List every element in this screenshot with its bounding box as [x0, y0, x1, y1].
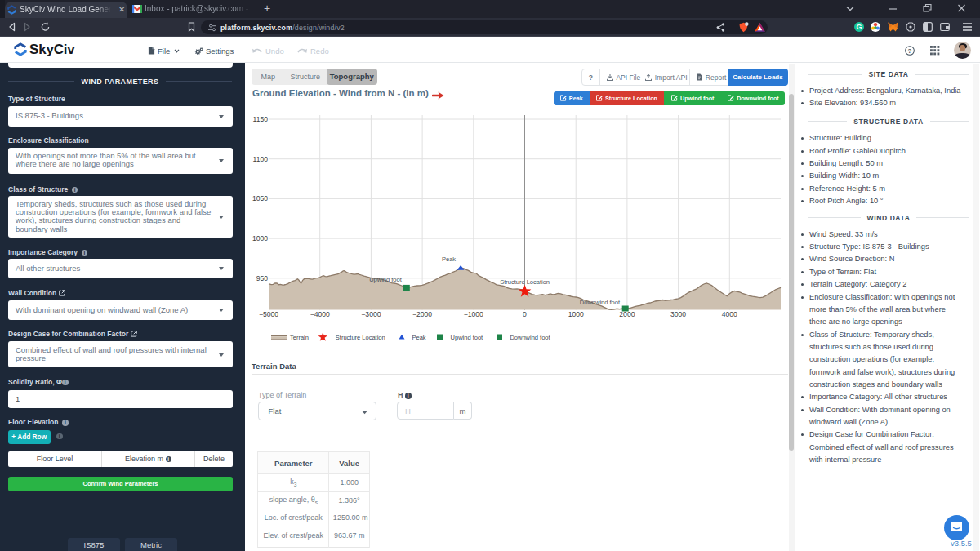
svg-text:950: 950: [256, 274, 269, 282]
svg-text:G: G: [856, 23, 862, 31]
svg-text:−4000: −4000: [310, 310, 330, 318]
svg-text:1150: 1150: [253, 115, 269, 123]
svg-text:1100: 1100: [253, 155, 269, 163]
svg-text:0: 0: [523, 310, 527, 318]
svg-text:Structure Location: Structure Location: [336, 334, 385, 341]
svg-text:−5000: −5000: [259, 310, 278, 318]
svg-text:−2000: −2000: [412, 310, 432, 318]
svg-text:3000: 3000: [670, 310, 686, 318]
svg-text:Upwind foot: Upwind foot: [369, 276, 403, 283]
svg-text:1000: 1000: [252, 234, 268, 242]
svg-text:Upwind foot: Upwind foot: [451, 334, 484, 341]
svg-text:−1000: −1000: [464, 310, 483, 318]
svg-text:Peak: Peak: [412, 334, 426, 341]
svg-text:−3000: −3000: [361, 310, 381, 318]
svg-text:1000: 1000: [568, 310, 584, 318]
svg-text:?: ?: [908, 47, 912, 55]
svg-text:Downwind foot: Downwind foot: [580, 299, 621, 306]
svg-text:Terrain: Terrain: [290, 334, 309, 341]
svg-text:4000: 4000: [722, 310, 737, 318]
svg-text:Downwind foot: Downwind foot: [510, 334, 550, 341]
svg-text:Structure Location: Structure Location: [500, 278, 550, 286]
svg-text:Peak: Peak: [442, 256, 456, 263]
svg-text:1050: 1050: [252, 194, 268, 202]
